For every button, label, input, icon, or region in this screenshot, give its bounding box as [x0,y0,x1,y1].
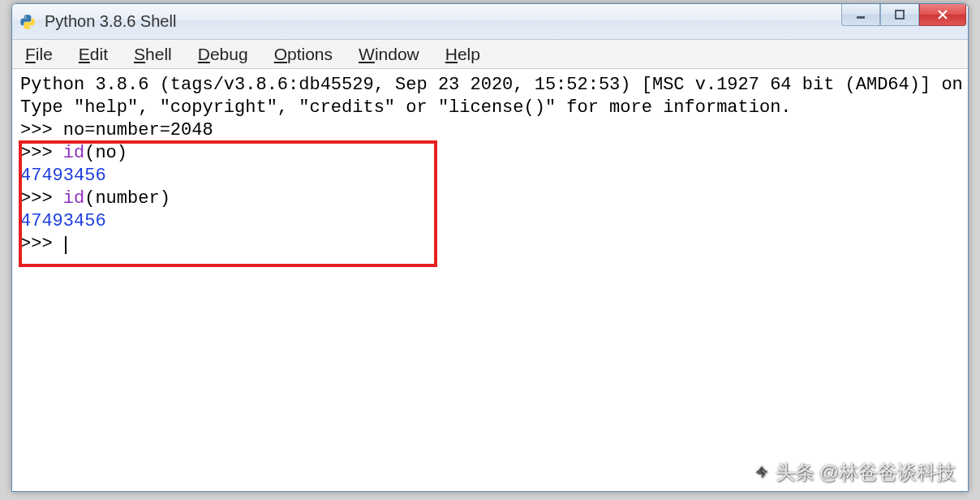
python-icon [19,13,37,31]
prompt: >>> [20,120,63,140]
output-1: 47493456 [20,166,106,186]
banner-line1: Python 3.8.6 (tags/v3.8.6:db45529, Sep 2… [20,75,968,95]
builtin-id: id [63,143,84,163]
close-button[interactable] [919,3,966,26]
args-2: (number) [84,188,170,209]
svg-rect-0 [857,16,865,19]
app-window: Python 3.8.6 Shell File Edit Shell Debug… [11,3,969,492]
text-cursor [65,236,67,254]
menu-window[interactable]: Window [355,43,423,66]
menubar: File Edit Shell Debug Options Window Hel… [12,40,968,69]
prompt: >>> [20,143,63,163]
menu-shell[interactable]: Shell [131,43,175,66]
titlebar[interactable]: Python 3.8.6 Shell [12,4,968,40]
svg-rect-1 [896,11,904,19]
menu-file[interactable]: File [22,43,56,66]
minimize-button[interactable] [841,3,880,26]
prompt: >>> [20,188,63,209]
menu-edit[interactable]: Edit [75,43,111,66]
menu-options[interactable]: Options [271,43,336,66]
output-2: 47493456 [20,211,106,231]
builtin-id: id [63,188,84,209]
window-controls [841,3,966,26]
shell-content[interactable]: Python 3.8.6 (tags/v3.8.6:db45529, Sep 2… [12,69,968,491]
input-1: no=number=2048 [63,120,213,140]
maximize-button[interactable] [880,3,919,26]
args-1: (no) [84,143,127,163]
window-title: Python 3.8.6 Shell [45,12,176,31]
prompt: >>> [20,234,63,254]
banner-line2: Type "help", "copyright", "credits" or "… [20,97,792,118]
menu-debug[interactable]: Debug [195,43,251,66]
menu-help[interactable]: Help [442,43,484,66]
